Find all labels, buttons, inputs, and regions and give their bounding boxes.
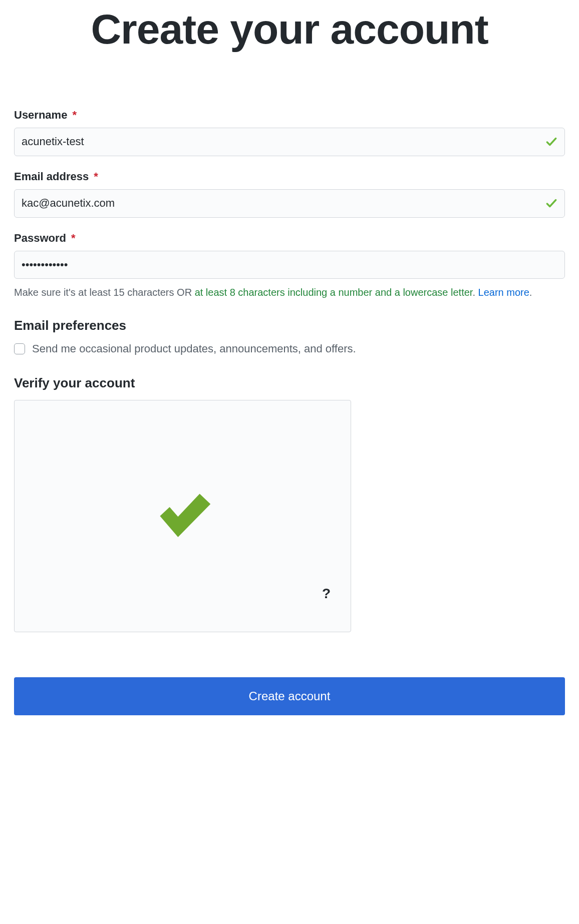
email-prefs-heading: Email preferences (14, 318, 565, 333)
username-field-wrap (14, 128, 565, 156)
email-prefs-checkbox[interactable] (14, 343, 25, 354)
svg-marker-0 (160, 494, 210, 537)
hint-requirement: at least 8 characters including a number… (195, 287, 473, 298)
email-field-wrap (14, 189, 565, 218)
captcha-checkmark-icon (148, 483, 218, 543)
required-mark: * (94, 170, 98, 183)
email-input[interactable] (14, 189, 565, 218)
label-text: Email address (14, 170, 89, 183)
username-label: Username * (14, 109, 565, 122)
verify-heading: Verify your account (14, 375, 565, 391)
checkmark-icon (545, 197, 558, 210)
password-field-wrap (14, 251, 565, 279)
required-mark: * (73, 109, 77, 121)
username-input[interactable] (14, 128, 565, 156)
learn-more-link[interactable]: Learn more (478, 287, 529, 298)
create-account-button[interactable]: Create account (14, 677, 565, 715)
label-text: Password (14, 232, 66, 244)
label-text: Username (14, 109, 67, 121)
hint-text: . (472, 287, 478, 298)
captcha-box: ? (14, 400, 351, 632)
password-label: Password * (14, 232, 565, 245)
password-input[interactable] (14, 251, 565, 279)
password-hint: Make sure it's at least 15 characters OR… (14, 285, 565, 300)
hint-text: Make sure it's at least 15 characters OR (14, 287, 195, 298)
captcha-help-button[interactable]: ? (322, 586, 331, 602)
checkmark-icon (545, 135, 558, 148)
required-mark: * (71, 232, 76, 244)
email-label: Email address * (14, 170, 565, 183)
hint-text: . (529, 287, 532, 298)
signup-form: Create your account Username * Email add… (0, 5, 579, 745)
email-prefs-row: Send me occasional product updates, anno… (14, 342, 565, 355)
page-title: Create your account (14, 5, 565, 54)
email-prefs-label: Send me occasional product updates, anno… (32, 342, 356, 355)
